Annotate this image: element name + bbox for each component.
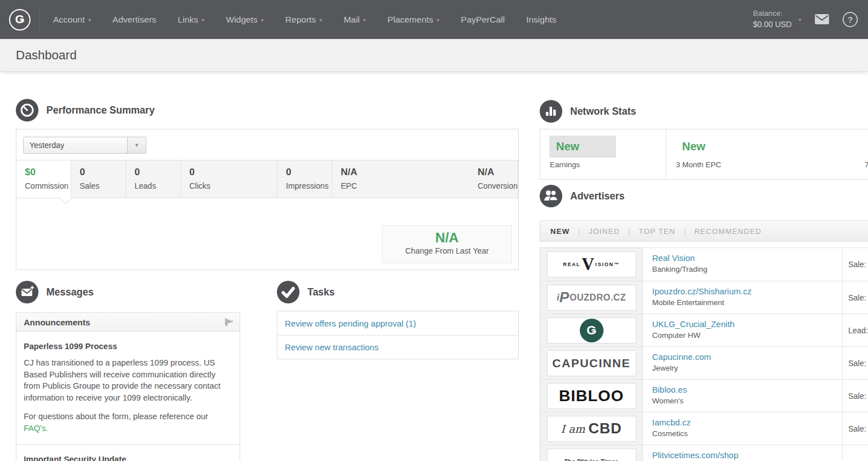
advertiser-logo-cell[interactable]: iPOUZDRO.CZ <box>540 281 643 314</box>
change-label: Change From Last Year <box>383 246 511 255</box>
advertiser-info: Plitvicetimes.com/shop <box>643 445 842 461</box>
performance-summary-panel: Yesterday ▼ $0 Commission 0 Sales 0 Lead… <box>16 129 519 270</box>
advertiser-category: Computer HW <box>652 331 842 340</box>
page-bar: Dashboard <box>0 39 868 72</box>
performance-summary-header: Performance Summary <box>16 99 155 121</box>
nav-item[interactable]: Widgets▾ <box>215 15 275 25</box>
change-from-last-year: N/A Change From Last Year <box>382 225 512 263</box>
advertiser-link[interactable]: Capucinne.com <box>652 352 842 362</box>
advertiser-logo-cell[interactable]: The Plitvice Times <box>540 445 643 461</box>
advertiser-category: Mobile Entertainment <box>652 298 842 307</box>
date-range-dropdown[interactable]: Yesterday ▼ <box>23 137 146 154</box>
nav-item[interactable]: Reports▾ <box>275 15 333 25</box>
task-link[interactable]: Review new transactions <box>285 342 379 352</box>
megaphone-icon <box>220 318 233 327</box>
advertiser-logo-cell[interactable]: REALVISION™ <box>540 248 643 281</box>
advertisers-title: Advertisers <box>570 190 624 202</box>
advertiser-deal: Sale: <box>842 380 868 412</box>
advertisers-tab[interactable]: RECOMMENDED <box>675 227 761 236</box>
advertiser-deal: Sale: <box>842 347 868 379</box>
chevron-down-icon: ▾ <box>261 17 264 23</box>
announcements-title: Announcements <box>24 318 90 327</box>
nav-item[interactable]: Placements▾ <box>377 15 450 25</box>
change-value: N/A <box>383 230 511 246</box>
cj-logo[interactable]: Ǥ <box>9 9 31 31</box>
stat-cell[interactable]: 0 Sales <box>71 160 126 198</box>
advertiser-row: iPOUZDRO.CZ Ipouzdro.cz/Shisharium.cz Mo… <box>540 281 868 314</box>
advertiser-logo-cell[interactable]: BIBLOO <box>540 380 643 412</box>
advertiser-info: Bibloo.es Women's <box>643 380 842 412</box>
advertiser-logo: The Plitvice Times <box>547 449 636 461</box>
chevron-down-icon: ▾ <box>88 17 91 23</box>
advertiser-row: Ǥ UKLG_Crucial_Zenith Computer HW Lead: <box>540 314 868 346</box>
chevron-down-icon: ▾ <box>437 17 440 23</box>
chevron-down-icon: ▾ <box>319 17 322 23</box>
advertiser-deal: Sale: <box>842 248 868 281</box>
advertiser-logo-cell[interactable]: Ǥ <box>540 314 643 346</box>
stat-cell[interactable]: $0 Commission <box>16 160 71 198</box>
stat-cell[interactable]: N/A EPC <box>332 160 469 198</box>
announcement-heading: Important Security Update <box>24 455 232 461</box>
advertiser-category: Cosmetics <box>652 429 842 438</box>
advertiser-category: Banking/Trading <box>652 265 842 273</box>
advertiser-link[interactable]: Iamcbd.cz <box>652 417 842 427</box>
advertiser-link[interactable]: Plitvicetimes.com/shop <box>652 450 842 460</box>
advertiser-info: Capucinne.com Jewelry <box>643 347 842 379</box>
dropdown-arrow-icon: ▼ <box>127 137 146 153</box>
advertiser-deal: Sale: <box>842 281 868 314</box>
advertiser-logo-cell[interactable]: I amCBD <box>540 412 643 445</box>
stat-cell[interactable]: N/A Conversion <box>469 160 518 198</box>
faq-link[interactable]: FAQ's. <box>24 424 48 433</box>
stat-cell[interactable]: 0 Leads <box>126 160 181 198</box>
advertisers-tab[interactable]: TOP TEN <box>620 227 675 236</box>
advertiser-link[interactable]: Bibloo.es <box>652 385 842 394</box>
messages-title: Messages <box>46 286 94 298</box>
balance-dropdown[interactable]: Balance: $0.00 USD ▾ <box>753 8 801 30</box>
advertiser-link[interactable]: Ipouzdro.cz/Shisharium.cz <box>652 286 842 296</box>
announcement-item: Important Security Update <box>16 444 240 461</box>
advertiser-logo: REALVISION™ <box>547 251 636 277</box>
nav-menu: Account▾ Advertisers▾ Links▾ Widgets▾ Re… <box>42 15 567 25</box>
page-title: Dashboard <box>16 48 77 63</box>
stat-cell[interactable]: 0 Impressions <box>277 160 332 198</box>
advertiser-info: Real Vision Banking/Trading <box>643 248 842 281</box>
advertiser-deal: Lead: <box>842 314 868 346</box>
network-stats-panel: New Earnings New 3 Month EPC New 7 Day E… <box>540 129 868 180</box>
nav-item[interactable]: PayPerCall▾ <box>450 15 516 25</box>
advertiser-logo: CAPUCINNE <box>547 350 636 376</box>
network-stat-cell[interactable]: New 7 Day EPC <box>855 129 868 179</box>
announcement-body-2: For questions about the form, please ref… <box>24 412 208 421</box>
advertiser-logo: I amCBD <box>547 416 636 442</box>
top-nav: Ǥ Account▾ Advertisers▾ Links▾ Widgets▾ … <box>0 0 868 39</box>
advertiser-link[interactable]: UKLG_Crucial_Zenith <box>652 319 842 329</box>
chevron-down-icon: ▾ <box>363 17 366 23</box>
chevron-down-icon: ▾ <box>202 17 205 23</box>
stat-cell[interactable]: 0 Clicks <box>181 160 277 198</box>
advertisers-tab[interactable]: JOINED <box>570 227 620 236</box>
advertisers-tab[interactable]: NEW <box>550 227 570 236</box>
advertisers-tabs: NEW JOINED TOP TEN RECOMMENDED <box>540 220 868 242</box>
advertiser-row: BIBLOO Bibloo.es Women's Sale: <box>540 379 868 412</box>
advertiser-deal <box>842 445 868 461</box>
nav-item[interactable]: Insights▾ <box>515 15 567 25</box>
bar-chart-icon <box>540 100 562 123</box>
mail-icon[interactable] <box>815 14 829 24</box>
nav-item[interactable]: Account▾ <box>42 15 102 25</box>
advertiser-logo-cell[interactable]: CAPUCINNE <box>540 347 643 379</box>
task-link[interactable]: Review offers pending approval (1) <box>285 319 416 328</box>
nav-item[interactable]: Advertisers▾ <box>102 15 167 25</box>
nav-item[interactable]: Links▾ <box>167 15 215 25</box>
advertiser-row: REALVISION™ Real Vision Banking/Trading … <box>540 248 868 281</box>
help-icon[interactable]: ? <box>843 12 858 27</box>
nav-item[interactable]: Mail▾ <box>333 15 376 25</box>
advertiser-link[interactable]: Real Vision <box>652 253 842 263</box>
stats-row: $0 Commission 0 Sales 0 Leads 0 Clicks <box>16 160 518 198</box>
advertiser-deal: Sale: <box>842 412 868 445</box>
people-icon <box>540 185 562 207</box>
network-stats-title: Network Stats <box>570 106 636 118</box>
envelope-star-icon <box>16 281 38 303</box>
network-stat-cell[interactable]: New Earnings <box>540 129 666 179</box>
announcement-body: CJ has transitioned to a paperless 1099 … <box>24 357 232 403</box>
advertiser-logo: iPOUZDRO.CZ <box>547 285 636 311</box>
network-stat-cell[interactable]: New 3 Month EPC <box>666 129 855 179</box>
